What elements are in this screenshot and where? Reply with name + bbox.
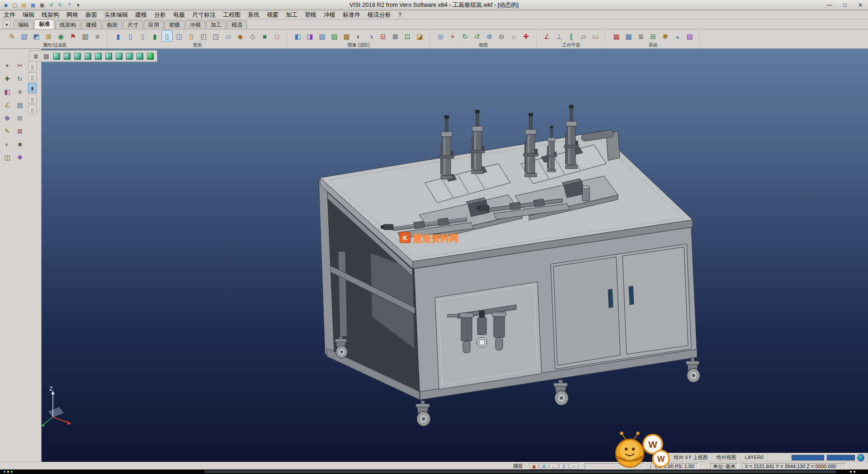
- img-minus-box-icon[interactable]: ⊟: [377, 30, 389, 42]
- taskbar-strip[interactable]: [0, 469, 868, 474]
- tab-item[interactable]: 冲模: [185, 20, 205, 29]
- plane-normal-icon[interactable]: ⊥: [553, 30, 565, 42]
- wp-filter-4-icon[interactable]: ▯: [28, 94, 37, 104]
- sys-list-icon[interactable]: ≣: [635, 30, 646, 42]
- sys-palette-icon[interactable]: ▦: [611, 30, 622, 42]
- viewport-3d[interactable]: K 慧造资料网 Z: [42, 49, 868, 462]
- sys-grid-icon[interactable]: ⊞: [647, 30, 659, 42]
- view-center-icon[interactable]: ⌖: [447, 30, 458, 42]
- img-x-box-icon[interactable]: ⊠: [390, 30, 401, 42]
- tab-item[interactable]: 线架构: [55, 20, 80, 29]
- menu-item[interactable]: 线架构: [38, 10, 63, 19]
- plane-skew-icon[interactable]: ▱: [578, 30, 589, 42]
- attr-flag-icon[interactable]: ⚑: [67, 30, 79, 42]
- open-file-icon[interactable]: ▤: [20, 1, 28, 9]
- select-tool-icon[interactable]: ⌖: [2, 60, 13, 71]
- view-right-icon[interactable]: [83, 52, 93, 61]
- tab-item[interactable]: 应用: [144, 20, 164, 29]
- sys-star-icon[interactable]: ✱: [660, 30, 671, 42]
- geom-diamond-icon[interactable]: ◆: [235, 30, 246, 42]
- menu-item[interactable]: 加工: [282, 10, 301, 19]
- attr-edit-icon[interactable]: ✎: [6, 30, 18, 42]
- app-icon[interactable]: ◆: [2, 1, 10, 9]
- view-front-icon[interactable]: [73, 52, 82, 61]
- grid-tool-icon[interactable]: ⊞: [14, 112, 25, 123]
- ortho-toggle-icon[interactable]: ∟: [549, 463, 558, 469]
- img-dot-box-icon[interactable]: ⊡: [402, 30, 413, 42]
- plane-parallel-icon[interactable]: ∥: [566, 30, 577, 42]
- undo-icon[interactable]: ↺: [47, 1, 55, 9]
- menu-item[interactable]: 尺寸标注: [189, 10, 219, 19]
- tab-item[interactable]: 建模: [81, 20, 101, 29]
- view-mode-label[interactable]: 绝对视图: [712, 454, 741, 461]
- qat-dropdown-icon[interactable]: ▾: [74, 1, 82, 9]
- img-half-moon-r-icon[interactable]: ◑: [365, 30, 377, 42]
- view-dimetric-icon[interactable]: [135, 52, 145, 61]
- view-pan-icon[interactable]: ✚: [520, 30, 532, 42]
- tab-overflow-button[interactable]: ▼: [3, 20, 11, 28]
- wp-filter-2-icon[interactable]: ▯: [28, 72, 37, 82]
- wp-filter-1-icon[interactable]: ▯: [28, 62, 37, 71]
- view-back-icon[interactable]: [94, 52, 103, 61]
- tab-item[interactable]: 编辑: [14, 20, 33, 29]
- view-rotate-ccw-icon[interactable]: ↺: [472, 30, 483, 42]
- layers-tool-icon[interactable]: ▤: [14, 99, 25, 110]
- shade-tool-icon[interactable]: ◐: [2, 138, 13, 149]
- wp-filter-3-icon[interactable]: ▮: [28, 83, 37, 93]
- view-bottom-icon[interactable]: [114, 52, 124, 61]
- minimize-button[interactable]: —: [822, 0, 837, 10]
- geom-shaded-icon[interactable]: ▯: [161, 30, 173, 42]
- menu-item[interactable]: 实体编辑: [101, 10, 132, 19]
- mirror-tool-icon[interactable]: ◧: [2, 86, 13, 97]
- menu-item[interactable]: 分析: [151, 10, 170, 19]
- globe-icon[interactable]: [857, 454, 864, 461]
- view-orientation-label[interactable]: 绝对 XY 上视图: [670, 454, 712, 461]
- grid-toggle-icon[interactable]: ⊞: [539, 463, 548, 469]
- solid-tool-icon[interactable]: ■: [14, 138, 25, 149]
- sketch-tool-icon[interactable]: ✎: [2, 125, 13, 136]
- trim-tool-icon[interactable]: ✂: [14, 60, 25, 71]
- plane-angle-icon[interactable]: ∠: [541, 30, 552, 42]
- img-hatch-b-icon[interactable]: ▨: [329, 30, 340, 42]
- menu-item[interactable]: 电极: [170, 10, 189, 19]
- attr-copy-icon[interactable]: ▤: [19, 30, 30, 42]
- save-icon[interactable]: ▦: [29, 1, 37, 9]
- snap-tool-icon[interactable]: ⊕: [2, 112, 13, 123]
- snap-toggle-icon[interactable]: ▣: [529, 463, 538, 469]
- geom-gold-icon[interactable]: ▯: [186, 30, 197, 42]
- close-button[interactable]: ✕: [853, 0, 868, 10]
- menu-item[interactable]: 视窗: [263, 10, 282, 19]
- pan-tool-icon[interactable]: ✚: [2, 73, 13, 84]
- view-zoom-in-icon[interactable]: ⊕: [484, 30, 495, 42]
- layer-2-icon[interactable]: 2: [559, 463, 568, 469]
- menu-item[interactable]: 塑模: [301, 10, 320, 19]
- img-hatch-a-icon[interactable]: ▧: [316, 30, 328, 42]
- offset-tool-icon[interactable]: ≡: [14, 86, 25, 97]
- view-menu-icon[interactable]: ≣: [31, 52, 41, 61]
- img-half-right-icon[interactable]: ◨: [304, 30, 316, 42]
- geom-outline-icon[interactable]: ◇: [247, 30, 258, 42]
- view-top-icon[interactable]: [62, 52, 72, 61]
- tab-item[interactable]: 标准: [34, 19, 54, 29]
- menu-item[interactable]: 网格: [63, 10, 82, 19]
- menu-item[interactable]: 系统: [244, 10, 263, 19]
- rotate-tool-icon[interactable]: ↻: [14, 73, 25, 84]
- sys-circle-icon[interactable]: ◒: [672, 30, 683, 42]
- tab-item[interactable]: 塑膜: [165, 20, 184, 29]
- view-home-icon[interactable]: ⌂: [508, 30, 519, 42]
- print-icon[interactable]: ▣: [38, 1, 46, 9]
- measure-tool-icon[interactable]: ∠: [2, 99, 13, 110]
- geom-ghost-icon[interactable]: ▯: [137, 30, 148, 42]
- tab-item[interactable]: 加工: [206, 20, 226, 29]
- view-zoom-out-icon[interactable]: ⊖: [496, 30, 507, 42]
- section-tool-icon[interactable]: ◫: [2, 152, 13, 162]
- geom-corner-a-icon[interactable]: ◰: [198, 30, 209, 42]
- sys-hatch-icon[interactable]: ▩: [623, 30, 634, 42]
- geom-green-solid-icon[interactable]: ▮: [149, 30, 160, 42]
- view-left-icon[interactable]: [104, 52, 113, 61]
- new-file-icon[interactable]: ▢: [11, 1, 19, 9]
- view-iso-icon[interactable]: [52, 52, 61, 61]
- geom-box-icon[interactable]: □: [271, 30, 283, 42]
- view-window-icon[interactable]: ▤: [42, 52, 51, 61]
- geom-plane-icon[interactable]: ▱: [222, 30, 234, 42]
